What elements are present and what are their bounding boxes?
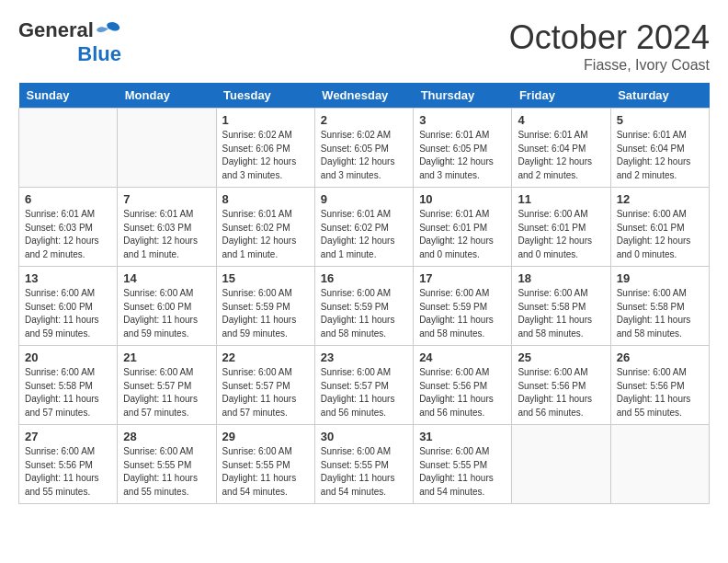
day-number: 1 [222,113,309,127]
calendar-cell: 20Sunrise: 6:00 AM Sunset: 5:58 PM Dayli… [19,346,118,425]
cell-info: Sunrise: 6:02 AM Sunset: 6:05 PM Dayligh… [321,129,407,182]
cell-info: Sunrise: 6:00 AM Sunset: 5:55 PM Dayligh… [222,445,309,499]
cell-info: Sunrise: 6:00 AM Sunset: 5:55 PM Dayligh… [123,445,210,499]
day-number: 30 [321,430,407,443]
day-number: 18 [518,271,604,285]
calendar-cell: 14Sunrise: 6:00 AM Sunset: 6:00 PM Dayli… [118,267,216,346]
day-number: 22 [222,350,309,364]
calendar-cell: 15Sunrise: 6:00 AM Sunset: 5:59 PM Dayli… [216,267,314,346]
calendar-cell: 9Sunrise: 6:01 AM Sunset: 6:02 PM Daylig… [314,188,413,267]
day-number: 13 [25,271,111,285]
day-number: 7 [123,192,210,206]
calendar-cell: 7Sunrise: 6:01 AM Sunset: 6:03 PM Daylig… [118,188,216,267]
location-label: Fiasse, Ivory Coast [509,57,710,74]
calendar-cell: 23Sunrise: 6:00 AM Sunset: 5:57 PM Dayli… [314,346,413,425]
weekday-header: Saturday [610,83,709,109]
calendar-cell: 13Sunrise: 6:00 AM Sunset: 6:00 PM Dayli… [19,267,118,346]
calendar-week-row: 13Sunrise: 6:00 AM Sunset: 6:00 PM Dayli… [19,267,710,346]
calendar-cell: 19Sunrise: 6:00 AM Sunset: 5:58 PM Dayli… [610,267,709,346]
cell-info: Sunrise: 6:00 AM Sunset: 6:01 PM Dayligh… [617,208,703,261]
cell-info: Sunrise: 6:01 AM Sunset: 6:04 PM Dayligh… [518,129,604,182]
day-number: 24 [419,350,506,364]
cell-info: Sunrise: 6:00 AM Sunset: 5:56 PM Dayligh… [419,366,506,419]
weekday-header: Tuesday [216,83,314,109]
day-number: 19 [617,271,703,285]
logo-bird-icon [96,21,121,40]
calendar-cell: 28Sunrise: 6:00 AM Sunset: 5:55 PM Dayli… [118,425,216,504]
cell-info: Sunrise: 6:00 AM Sunset: 5:57 PM Dayligh… [321,366,407,419]
cell-info: Sunrise: 6:00 AM Sunset: 5:56 PM Dayligh… [617,366,703,419]
calendar-cell [118,109,216,188]
day-number: 23 [321,350,407,364]
cell-info: Sunrise: 6:00 AM Sunset: 6:00 PM Dayligh… [123,287,210,340]
calendar-cell: 1Sunrise: 6:02 AM Sunset: 6:06 PM Daylig… [216,109,314,188]
calendar-cell: 27Sunrise: 6:00 AM Sunset: 5:56 PM Dayli… [19,425,118,504]
calendar-cell: 31Sunrise: 6:00 AM Sunset: 5:55 PM Dayli… [414,425,512,504]
cell-info: Sunrise: 6:01 AM Sunset: 6:02 PM Dayligh… [321,208,407,261]
cell-info: Sunrise: 6:01 AM Sunset: 6:03 PM Dayligh… [123,208,210,261]
day-number: 14 [123,271,210,285]
day-number: 28 [123,430,210,443]
cell-info: Sunrise: 6:00 AM Sunset: 5:57 PM Dayligh… [222,366,309,419]
cell-info: Sunrise: 6:01 AM Sunset: 6:01 PM Dayligh… [419,208,506,261]
calendar-week-row: 20Sunrise: 6:00 AM Sunset: 5:58 PM Dayli… [19,346,710,425]
weekday-header: Sunday [19,83,118,109]
day-number: 26 [617,350,703,364]
day-number: 20 [25,350,111,364]
day-number: 6 [25,192,111,206]
day-number: 8 [222,192,309,206]
title-area: October 2024 Fiasse, Ivory Coast [509,18,710,74]
calendar-cell [19,109,118,188]
cell-info: Sunrise: 6:01 AM Sunset: 6:04 PM Dayligh… [617,129,703,182]
cell-info: Sunrise: 6:00 AM Sunset: 5:55 PM Dayligh… [419,445,506,499]
calendar-cell: 26Sunrise: 6:00 AM Sunset: 5:56 PM Dayli… [610,346,709,425]
calendar-cell: 2Sunrise: 6:02 AM Sunset: 6:05 PM Daylig… [314,109,413,188]
calendar-cell: 29Sunrise: 6:00 AM Sunset: 5:55 PM Dayli… [216,425,314,504]
day-number: 11 [518,192,604,206]
calendar-cell: 16Sunrise: 6:00 AM Sunset: 5:59 PM Dayli… [314,267,413,346]
cell-info: Sunrise: 6:01 AM Sunset: 6:02 PM Dayligh… [222,208,309,261]
logo-general-text: General [18,18,94,42]
calendar-week-row: 27Sunrise: 6:00 AM Sunset: 5:56 PM Dayli… [19,425,710,504]
calendar-week-row: 6Sunrise: 6:01 AM Sunset: 6:03 PM Daylig… [19,188,710,267]
day-number: 29 [222,430,309,443]
logo-blue-text: Blue [77,42,121,66]
weekday-header: Monday [118,83,216,109]
calendar-body: 1Sunrise: 6:02 AM Sunset: 6:06 PM Daylig… [19,109,710,504]
cell-info: Sunrise: 6:00 AM Sunset: 5:58 PM Dayligh… [617,287,703,340]
day-number: 4 [518,113,604,127]
calendar-cell: 22Sunrise: 6:00 AM Sunset: 5:57 PM Dayli… [216,346,314,425]
cell-info: Sunrise: 6:00 AM Sunset: 5:56 PM Dayligh… [25,445,111,499]
calendar-cell: 21Sunrise: 6:00 AM Sunset: 5:57 PM Dayli… [118,346,216,425]
weekday-header: Wednesday [314,83,413,109]
cell-info: Sunrise: 6:01 AM Sunset: 6:05 PM Dayligh… [419,129,506,182]
cell-info: Sunrise: 6:00 AM Sunset: 6:01 PM Dayligh… [518,208,604,261]
logo: General Blue [18,18,121,66]
cell-info: Sunrise: 6:02 AM Sunset: 6:06 PM Dayligh… [222,129,309,182]
day-number: 5 [617,113,703,127]
day-number: 21 [123,350,210,364]
calendar-cell: 11Sunrise: 6:00 AM Sunset: 6:01 PM Dayli… [512,188,610,267]
calendar-cell: 24Sunrise: 6:00 AM Sunset: 5:56 PM Dayli… [414,346,512,425]
calendar-week-row: 1Sunrise: 6:02 AM Sunset: 6:06 PM Daylig… [19,109,710,188]
calendar-cell: 10Sunrise: 6:01 AM Sunset: 6:01 PM Dayli… [414,188,512,267]
calendar-table: SundayMondayTuesdayWednesdayThursdayFrid… [18,83,710,504]
calendar-cell: 17Sunrise: 6:00 AM Sunset: 5:59 PM Dayli… [414,267,512,346]
day-number: 25 [518,350,604,364]
day-number: 3 [419,113,506,127]
calendar-cell: 30Sunrise: 6:00 AM Sunset: 5:55 PM Dayli… [314,425,413,504]
cell-info: Sunrise: 6:00 AM Sunset: 5:58 PM Dayligh… [518,287,604,340]
cell-info: Sunrise: 6:00 AM Sunset: 5:59 PM Dayligh… [222,287,309,340]
cell-info: Sunrise: 6:01 AM Sunset: 6:03 PM Dayligh… [25,208,111,261]
month-title: October 2024 [509,18,710,57]
day-number: 16 [321,271,407,285]
page-header: General Blue October 2024 Fiasse, Ivory … [18,18,710,74]
calendar-cell: 25Sunrise: 6:00 AM Sunset: 5:56 PM Dayli… [512,346,610,425]
day-number: 12 [617,192,703,206]
calendar-cell: 4Sunrise: 6:01 AM Sunset: 6:04 PM Daylig… [512,109,610,188]
cell-info: Sunrise: 6:00 AM Sunset: 5:58 PM Dayligh… [25,366,111,419]
calendar-cell: 6Sunrise: 6:01 AM Sunset: 6:03 PM Daylig… [19,188,118,267]
weekday-header: Friday [512,83,610,109]
calendar-cell: 18Sunrise: 6:00 AM Sunset: 5:58 PM Dayli… [512,267,610,346]
cell-info: Sunrise: 6:00 AM Sunset: 5:59 PM Dayligh… [419,287,506,340]
